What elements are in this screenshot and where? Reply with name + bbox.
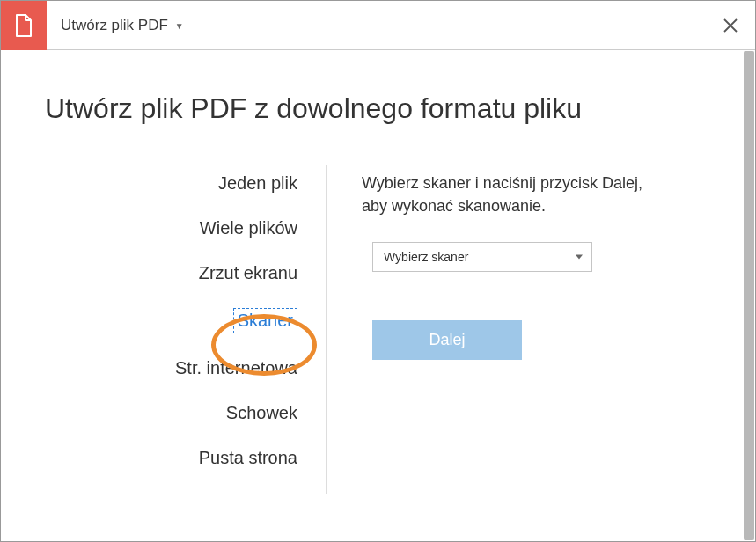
option-single-file[interactable]: Jeden plik (218, 173, 297, 194)
option-clipboard[interactable]: Schowek (226, 403, 297, 423)
instruction-text: Wybierz skaner i naciśnij przycisk Dalej… (362, 172, 652, 217)
option-scanner[interactable]: Skaner (233, 308, 297, 333)
detail-panel: Wybierz skaner i naciśnij przycisk Dalej… (327, 165, 720, 494)
dialog-window: Utwórz plik PDF ▼ Utwórz plik PDF z dowo… (0, 0, 756, 542)
mode-dropdown[interactable]: Utwórz plik PDF ▼ (47, 17, 184, 34)
chevron-down-icon (576, 255, 583, 260)
document-icon (12, 13, 35, 38)
content-area: Utwórz plik PDF z dowolnego formatu plik… (1, 50, 755, 541)
option-webpage[interactable]: Str. internetowa (175, 358, 297, 378)
page-title: Utwórz plik PDF z dowolnego formatu plik… (36, 92, 720, 125)
scanner-select[interactable]: Wybierz skaner (372, 242, 592, 272)
chevron-down-icon: ▼ (175, 21, 184, 31)
close-button[interactable] (706, 1, 755, 50)
mode-dropdown-label: Utwórz plik PDF (61, 17, 168, 34)
pdf-app-icon (1, 1, 47, 50)
scrollbar[interactable] (744, 51, 754, 540)
option-multiple-files[interactable]: Wiele plików (200, 218, 297, 238)
scanner-select-value: Wybierz skaner (384, 250, 468, 264)
option-screenshot[interactable]: Zrzut ekranu (199, 263, 297, 283)
next-button-label: Dalej (429, 331, 465, 349)
scrollbar-thumb[interactable] (744, 51, 754, 540)
close-icon (723, 18, 738, 33)
titlebar: Utwórz plik PDF ▼ (1, 1, 755, 50)
next-button[interactable]: Dalej (372, 320, 522, 360)
source-options-list: Jeden plik Wiele plików Zrzut ekranu Ska… (98, 165, 327, 494)
option-blank-page[interactable]: Pusta strona (199, 448, 297, 468)
body-row: Jeden plik Wiele plików Zrzut ekranu Ska… (36, 165, 720, 494)
